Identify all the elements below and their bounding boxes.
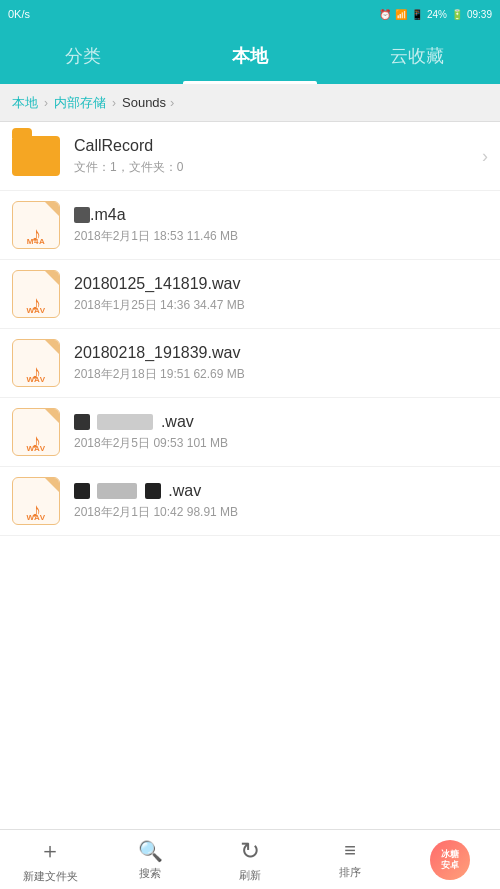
file-info-wav3: .wav 2018年2月5日 09:53 101 MB: [74, 413, 488, 452]
nav-sort[interactable]: ≡ 排序: [300, 839, 400, 880]
file-meta-m4a: 2018年2月1日 18:53 11.46 MB: [74, 228, 488, 245]
file-info-wav1: 20180125_141819.wav 2018年1月25日 14:36 34.…: [74, 275, 488, 314]
nav-search[interactable]: 🔍 搜索: [100, 839, 200, 881]
breadcrumb: 本地 › 内部存储 › Sounds ›: [0, 84, 500, 122]
file-info-wav2: 20180218_191839.wav 2018年2月18日 19:51 62.…: [74, 344, 488, 383]
refresh-icon: ↻: [240, 837, 260, 865]
file-info-wav4: .wav 2018年2月1日 10:42 98.91 MB: [74, 482, 488, 521]
file-meta-wav4: 2018年2月1日 10:42 98.91 MB: [74, 504, 488, 521]
bottom-nav: ＋ 新建文件夹 🔍 搜索 ↻ 刷新 ≡ 排序 冰糖安卓: [0, 829, 500, 889]
audio-icon-wav2: ♪ WAV: [12, 339, 60, 387]
breadcrumb-end-arrow: ›: [170, 95, 174, 110]
file-name-wav3: .wav: [74, 413, 488, 431]
audio-icon-wav4: ♪ WAV: [12, 477, 60, 525]
nav-sort-label: 排序: [339, 865, 361, 880]
sort-icon: ≡: [344, 839, 356, 862]
file-item-callrecord[interactable]: CallRecord 文件：1，文件夹：0 ›: [0, 122, 500, 191]
signal-icon: 📱: [411, 9, 423, 20]
redacted-block-a: [74, 483, 90, 499]
status-icons: ⏰ 📶 📱 24% 🔋 09:39: [379, 9, 492, 20]
redacted-block-2: [97, 414, 153, 430]
file-meta-wav3: 2018年2月5日 09:53 101 MB: [74, 435, 488, 452]
file-name-wav4: .wav: [74, 482, 488, 500]
nav-search-label: 搜索: [139, 866, 161, 881]
nav-logo[interactable]: 冰糖安卓: [400, 840, 500, 880]
network-speed: 0K/s: [8, 8, 30, 20]
file-name-wav1: 20180125_141819.wav: [74, 275, 488, 293]
file-item-wav1[interactable]: ♪ WAV 20180125_141819.wav 2018年1月25日 14:…: [0, 260, 500, 329]
audio-icon-m4a: ♪ M4A: [12, 201, 60, 249]
file-item-m4a[interactable]: ♪ M4A .m4a 2018年2月1日 18:53 11.46 MB: [0, 191, 500, 260]
breadcrumb-sep-2: ›: [112, 96, 116, 110]
audio-icon-wav3: ♪ WAV: [12, 408, 60, 456]
redacted-block: [74, 207, 90, 223]
file-info-callrecord: CallRecord 文件：1，文件夹：0: [74, 137, 474, 176]
file-meta-callrecord: 文件：1，文件夹：0: [74, 159, 474, 176]
wifi-icon: 📶: [395, 9, 407, 20]
audio-icon-wav1: ♪ WAV: [12, 270, 60, 318]
battery-text: 24%: [427, 9, 447, 20]
file-info-m4a: .m4a 2018年2月1日 18:53 11.46 MB: [74, 206, 488, 245]
breadcrumb-sep-1: ›: [44, 96, 48, 110]
file-name-wav2: 20180218_191839.wav: [74, 344, 488, 362]
file-arrow-callrecord: ›: [482, 146, 488, 167]
clock: 09:39: [467, 9, 492, 20]
nav-new-folder-label: 新建文件夹: [23, 869, 78, 884]
breadcrumb-internal[interactable]: 内部存储: [54, 94, 106, 112]
file-item-wav4[interactable]: ♪ WAV .wav 2018年2月1日 10:42 98.91 MB: [0, 467, 500, 536]
tab-category[interactable]: 分类: [0, 28, 167, 84]
file-name-callrecord: CallRecord: [74, 137, 474, 155]
redacted-block-1: [74, 414, 90, 430]
new-folder-icon: ＋: [39, 836, 61, 866]
alarm-icon: ⏰: [379, 9, 391, 20]
nav-refresh-label: 刷新: [239, 868, 261, 883]
file-item-wav3[interactable]: ♪ WAV .wav 2018年2月5日 09:53 101 MB: [0, 398, 500, 467]
breadcrumb-sounds: Sounds: [122, 95, 166, 110]
battery-icon: 🔋: [451, 9, 463, 20]
file-item-wav2[interactable]: ♪ WAV 20180218_191839.wav 2018年2月18日 19:…: [0, 329, 500, 398]
search-icon: 🔍: [138, 839, 163, 863]
file-meta-wav2: 2018年2月18日 19:51 62.69 MB: [74, 366, 488, 383]
tab-bar: 分类 本地 云收藏: [0, 28, 500, 84]
app-logo: 冰糖安卓: [430, 840, 470, 880]
nav-new-folder[interactable]: ＋ 新建文件夹: [0, 836, 100, 884]
status-bar: 0K/s ⏰ 📶 📱 24% 🔋 09:39: [0, 0, 500, 28]
redacted-block-c: [145, 483, 161, 499]
folder-icon: [12, 132, 60, 180]
file-list: CallRecord 文件：1，文件夹：0 › ♪ M4A .m4a 2018年…: [0, 122, 500, 829]
tab-local[interactable]: 本地: [167, 28, 334, 84]
redacted-block-b: [97, 483, 137, 499]
file-name-m4a: .m4a: [74, 206, 488, 224]
nav-refresh[interactable]: ↻ 刷新: [200, 837, 300, 883]
breadcrumb-local[interactable]: 本地: [12, 94, 38, 112]
file-meta-wav1: 2018年1月25日 14:36 34.47 MB: [74, 297, 488, 314]
tab-cloud[interactable]: 云收藏: [333, 28, 500, 84]
